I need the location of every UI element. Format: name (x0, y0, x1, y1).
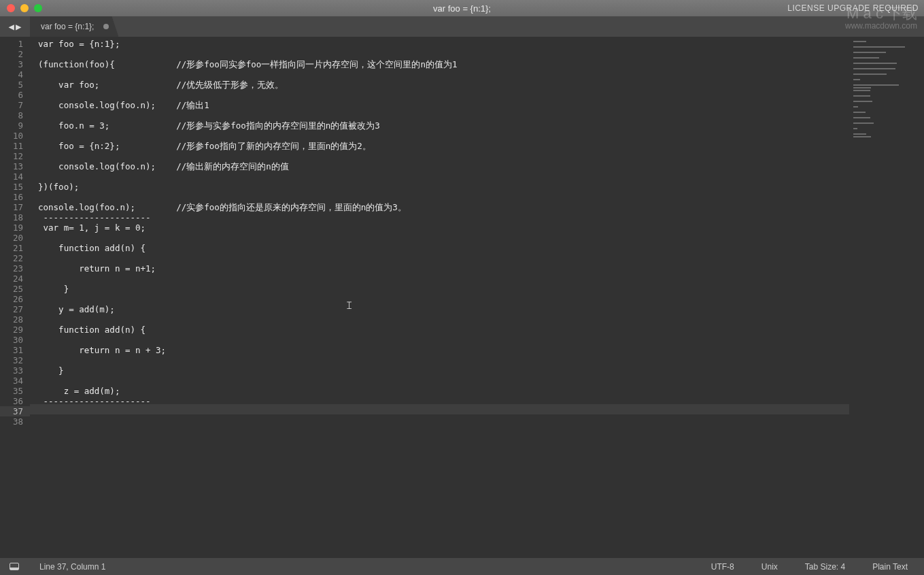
line-number: 34 (0, 376, 23, 386)
line-number: 25 (0, 284, 23, 294)
minimap-line (853, 136, 871, 137)
code-line[interactable] (38, 314, 849, 325)
status-encoding[interactable]: UTF-8 (704, 562, 741, 572)
code-line[interactable]: --------------------- (38, 212, 849, 223)
line-number: 14 (0, 171, 23, 182)
minimap-line (853, 54, 856, 56)
minimap-line (853, 117, 870, 118)
code-line[interactable]: })(foo); (38, 182, 849, 192)
minimap[interactable] (849, 37, 924, 558)
code-line[interactable]: var m= 1, j = k = 0; (38, 223, 849, 233)
line-number: 22 (0, 253, 23, 263)
line-number-gutter[interactable]: 1234567891011121314151617181920212223242… (0, 37, 30, 558)
status-bar: Line 37, Column 1 UTF-8 Unix Tab Size: 4… (0, 558, 924, 575)
line-number: 5 (0, 80, 23, 90)
status-indent[interactable]: Tab Size: 4 (798, 562, 852, 572)
code-line[interactable]: foo = {n:2}; //形参foo指向了新的内存空间，里面n的值为2。 (38, 141, 849, 151)
line-number: 23 (0, 263, 23, 274)
tab-bar: ◀▶ var foo = {n:1}; (0, 16, 924, 37)
minimap-line (853, 120, 856, 121)
minimap-line (853, 103, 856, 105)
code-line[interactable] (38, 69, 849, 80)
code-line[interactable] (38, 131, 849, 141)
line-number: 29 (0, 325, 23, 335)
minimap-line (853, 52, 886, 53)
code-line[interactable] (38, 233, 849, 243)
line-number: 16 (0, 192, 23, 202)
line-number: 9 (0, 120, 23, 131)
minimap-line (853, 133, 866, 135)
nav-arrows[interactable]: ◀▶ (0, 16, 30, 37)
line-number: 3 (0, 59, 23, 69)
code-line[interactable]: return n = n + 3; (38, 345, 849, 355)
code-line[interactable] (38, 151, 849, 161)
line-number: 31 (0, 345, 23, 355)
tab-label: var foo = {n:1}; (41, 22, 94, 31)
line-number: 21 (0, 243, 23, 253)
code-line[interactable]: console.log(foo.n); //实参foo的指向还是原来的内存空间，… (38, 202, 849, 212)
minimap-line (853, 82, 856, 83)
code-line[interactable]: console.log(foo.n); //输出1 (38, 100, 849, 110)
code-line[interactable] (38, 294, 849, 304)
code-line[interactable] (38, 49, 849, 59)
code-line[interactable]: var foo = {n:1}; (38, 39, 849, 49)
minimap-line (853, 41, 866, 42)
line-number: 38 (0, 416, 23, 427)
code-line[interactable]: console.log(foo.n); //输出新的内存空间的n的值 (38, 161, 849, 171)
status-line-endings[interactable]: Unix (755, 562, 785, 572)
code-line[interactable]: } (38, 284, 849, 294)
minimap-line (853, 44, 856, 45)
minimap-line (853, 79, 860, 80)
code-line[interactable]: (function(foo){ //形参foo同实参foo一样指向同一片内存空间… (38, 59, 849, 69)
code-line[interactable] (38, 90, 849, 100)
minimap-line (853, 131, 856, 132)
dirty-indicator-icon (103, 24, 109, 29)
code-line[interactable] (38, 192, 849, 202)
panel-toggle-icon[interactable] (10, 563, 19, 570)
code-line[interactable] (38, 274, 849, 284)
code-line[interactable] (38, 171, 849, 182)
code-editor[interactable]: var foo = {n:1}; (function(foo){ //形参foo… (30, 37, 849, 558)
code-line[interactable] (38, 335, 849, 345)
minimap-line (853, 73, 887, 75)
minimap-line (853, 49, 856, 50)
code-line[interactable]: z = add(m); (38, 386, 849, 396)
minimap-line (853, 71, 856, 72)
line-number: 26 (0, 294, 23, 304)
minimap-line (853, 93, 856, 94)
line-number: 27 (0, 304, 23, 314)
minimap-line (853, 112, 866, 113)
line-number: 6 (0, 90, 23, 100)
code-line[interactable] (38, 355, 849, 365)
code-line[interactable] (38, 416, 849, 427)
code-line[interactable]: --------------------- (38, 396, 849, 406)
code-line[interactable] (38, 376, 849, 386)
nav-back-icon[interactable]: ◀ (9, 21, 14, 32)
titlebar: var foo = {n:1}; LICENSE UPGRADE REQUIRE… (0, 0, 924, 16)
minimap-line (853, 114, 856, 116)
code-line[interactable] (38, 110, 849, 120)
minimap-line (853, 125, 856, 127)
code-line[interactable]: function add(n) { (38, 243, 849, 253)
status-syntax[interactable]: Plain Text (866, 562, 914, 572)
code-line[interactable]: function add(n) { (38, 325, 849, 335)
code-line[interactable]: return n = n+1; (38, 263, 849, 274)
minimap-line (853, 101, 872, 102)
line-number: 18 (0, 212, 23, 223)
minimap-line (853, 57, 879, 59)
nav-forward-icon[interactable]: ▶ (16, 21, 21, 32)
line-number: 7 (0, 100, 23, 110)
code-line[interactable] (38, 253, 849, 263)
line-number: 8 (0, 110, 23, 120)
minimap-line (853, 84, 899, 86)
code-line[interactable]: } (38, 365, 849, 376)
file-tab[interactable]: var foo = {n:1}; (30, 16, 118, 37)
code-line[interactable]: var foo; //优先级低于形参，无效。 (38, 80, 849, 90)
code-line[interactable] (38, 406, 849, 416)
line-number: 33 (0, 365, 23, 376)
code-line[interactable]: y = add(m); (38, 304, 849, 314)
code-line[interactable]: foo.n = 3; //形参与实参foo指向的内存空间里的n的值被改为3 (38, 120, 849, 131)
minimap-line (853, 98, 856, 99)
line-number: 30 (0, 335, 23, 345)
status-cursor-position[interactable]: Line 37, Column 1 (33, 562, 112, 572)
